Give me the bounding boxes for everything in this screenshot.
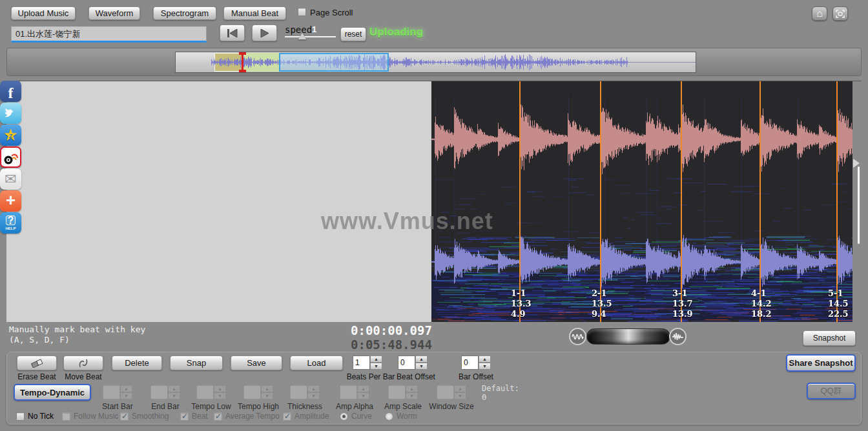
beat-offset-label: Beat Offset — [384, 372, 448, 381]
option-average-tempo: Average Tempo — [214, 412, 280, 421]
waveform-button[interactable]: Waveform — [88, 6, 140, 20]
spectrogram-canvas[interactable] — [431, 81, 852, 322]
manual-beat-button[interactable]: Manual Beat — [223, 6, 286, 20]
left-blank-panel[interactable] — [6, 81, 431, 322]
uploading-status: Uploading — [369, 26, 423, 39]
page-scroll-checkbox[interactable] — [298, 8, 306, 16]
snapshot-button[interactable]: Snapshot — [803, 330, 856, 346]
curve-radio — [340, 412, 348, 421]
option-smoothing: Smoothing — [120, 412, 169, 421]
speed-slider-track[interactable] — [285, 36, 336, 37]
waveform-overview-bar — [6, 48, 862, 76]
beat-marker-label: 5-1 14.5 22.5 — [828, 288, 849, 319]
beats-per-bar-input[interactable]: 1 — [353, 356, 370, 370]
beat-checkbox — [180, 412, 189, 421]
tempo-high-input — [243, 385, 261, 399]
page-scroll-label: Page Scroll — [310, 8, 353, 17]
option-curve: Curve — [340, 412, 372, 421]
average-tempo-checkbox — [214, 412, 222, 421]
speed-slider-thumb[interactable] — [298, 33, 306, 39]
move-beat-label: Move Beat — [61, 372, 106, 381]
reset-button[interactable]: reset — [340, 27, 366, 41]
bar-offset-stepper[interactable]: ▲▼ — [479, 356, 491, 370]
no-tick-checkbox[interactable] — [16, 412, 25, 421]
upload-music-button[interactable]: Upload Music — [11, 6, 76, 20]
amp-alpha-input — [340, 385, 357, 399]
zoom-in-wave-icon[interactable] — [669, 328, 687, 345]
erase-beat-label: Erase Beat — [14, 372, 59, 381]
beat-hint-line2: (A, S, D, F) — [9, 335, 70, 345]
vertical-scroll-indicator[interactable] — [858, 166, 860, 244]
tempo-low-stepper: ▲▼ — [214, 385, 226, 399]
beat-line[interactable] — [519, 81, 521, 322]
tempo-dynamic-button[interactable]: Tempo-Dynamic — [14, 384, 91, 401]
beat-marker-label: 2-1 13.5 9.4 — [592, 288, 612, 319]
eraser-icon — [30, 358, 43, 368]
bar-offset-input[interactable]: 0 — [461, 356, 479, 370]
amplitude-checkbox — [283, 412, 291, 421]
beat-offset-input[interactable]: 0 — [398, 356, 415, 370]
beats-per-bar-stepper[interactable]: ▲▼ — [370, 356, 382, 370]
help-icon[interactable]: ? HELP — [0, 212, 21, 234]
option-amplitude: Amplitude — [283, 412, 329, 421]
fullscreen-icon[interactable] — [832, 6, 848, 21]
amp-scale-stepper: ▲▼ — [406, 385, 418, 399]
end-bar-stepper: ▲▼ — [168, 385, 180, 399]
beat-offset-stepper[interactable]: ▲▼ — [415, 356, 428, 370]
waveform-overview-strip[interactable] — [175, 52, 696, 73]
option-no-tick[interactable]: No Tick — [16, 412, 54, 421]
weibo-icon[interactable] — [0, 146, 21, 168]
beat-marker-label: 3-1 13.7 13.9 — [672, 288, 693, 319]
beat-marker-label: 4-1 14.2 18.2 — [751, 288, 772, 319]
beat-line[interactable] — [836, 81, 838, 322]
beat-line[interactable] — [600, 81, 601, 322]
beat-hint-line1: Manually mark beat with key — [9, 325, 145, 334]
tempo-high-stepper: ▲▼ — [261, 385, 273, 399]
home-icon[interactable]: ⌂ — [812, 6, 827, 21]
speed-value: 1 — [312, 25, 316, 34]
vmus-app: Upload Music Waveform Spectrogram Manual… — [0, 0, 868, 431]
snap-button[interactable]: Snap — [170, 356, 223, 370]
email-icon[interactable]: ✉ — [0, 168, 21, 190]
play-icon — [260, 29, 269, 37]
spectrogram-button[interactable]: Spectrogram — [153, 6, 216, 20]
window-size-input — [437, 385, 454, 399]
option-beat: Beat — [180, 412, 208, 421]
bar-offset-label: Bar Offset — [444, 372, 508, 381]
beat-line[interactable] — [681, 81, 682, 322]
save-button[interactable]: Save — [231, 356, 282, 370]
skip-back-icon — [227, 29, 238, 37]
share-snapshot-button[interactable]: Share Snapshot — [786, 354, 856, 372]
watermark: www.Vmus.net — [321, 208, 493, 235]
option-worm: Worm — [385, 412, 417, 421]
twitter-icon[interactable] — [0, 103, 21, 124]
spectrogram-view[interactable]: 1-1 13.3 4.9 2-1 13.5 9.4 3-1 13.7 13.9 … — [431, 81, 852, 322]
qzone-icon[interactable]: ★ Z — [0, 125, 21, 146]
move-beat-button[interactable] — [63, 356, 103, 370]
thickness-stepper: ▲▼ — [307, 385, 320, 399]
option-follow-music: Follow Music — [62, 412, 118, 421]
qq-group-button: QQ群 — [807, 383, 856, 399]
play-button[interactable] — [252, 25, 277, 41]
overview-waveform-canvas[interactable] — [176, 52, 696, 72]
start-bar-stepper: ▲▼ — [120, 385, 132, 399]
amp-scale-input — [388, 385, 406, 399]
worm-radio — [385, 412, 393, 421]
share-sidebar: f ★ Z ✉ + ? HELP — [0, 81, 21, 234]
skip-to-start-button[interactable] — [220, 25, 245, 41]
beat-marker-label: 1-1 13.3 4.9 — [511, 288, 532, 319]
end-bar-input — [150, 385, 168, 399]
share-more-icon[interactable]: + — [0, 190, 21, 212]
zoom-out-wave-icon[interactable] — [569, 328, 586, 345]
fullscreen-glyph — [836, 10, 845, 18]
delete-button[interactable]: Delete — [112, 356, 162, 370]
erase-beat-button[interactable] — [17, 356, 57, 370]
default-value: 0 — [482, 393, 486, 402]
song-title-input[interactable] — [11, 26, 207, 43]
facebook-icon[interactable]: f — [0, 81, 21, 102]
waveform-zoom-slider[interactable] — [586, 328, 670, 345]
load-button[interactable]: Load — [290, 356, 343, 370]
beat-control-panel: Erase Beat Move Beat Delete Snap Save Lo… — [6, 352, 862, 425]
start-bar-input — [103, 385, 120, 399]
beat-line[interactable] — [760, 81, 761, 322]
